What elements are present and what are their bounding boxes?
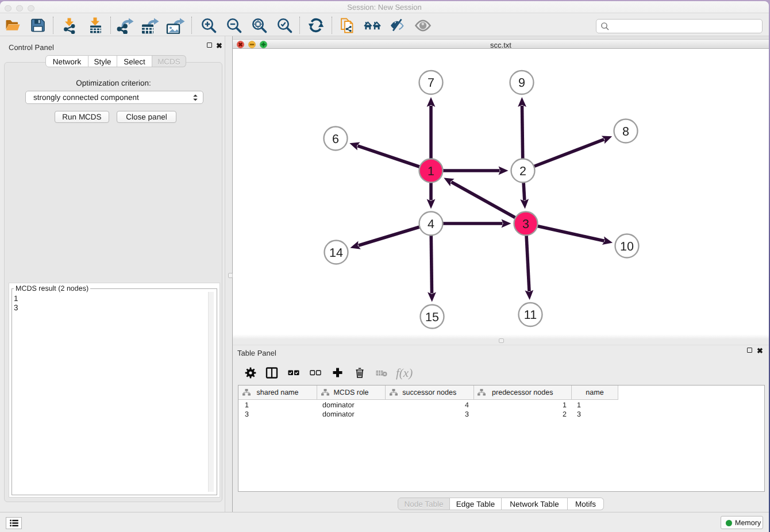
svg-text:9: 9 xyxy=(518,76,525,90)
svg-text:3: 3 xyxy=(522,217,529,231)
svg-text:14: 14 xyxy=(329,246,343,260)
svg-text:4: 4 xyxy=(428,217,434,231)
svg-text:1: 1 xyxy=(428,164,434,178)
svg-text:7: 7 xyxy=(428,76,434,90)
svg-text:2: 2 xyxy=(519,164,526,178)
svg-text:11: 11 xyxy=(524,308,537,322)
svg-text:6: 6 xyxy=(332,132,339,146)
svg-text:15: 15 xyxy=(425,310,439,324)
svg-text:10: 10 xyxy=(620,240,634,253)
svg-text:8: 8 xyxy=(622,125,629,138)
